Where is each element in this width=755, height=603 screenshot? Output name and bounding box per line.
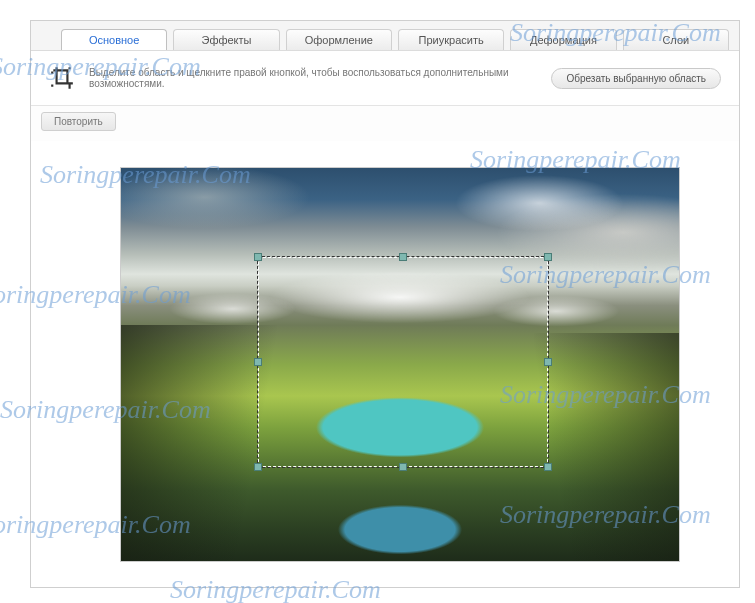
tab-label: Приукрасить	[419, 34, 484, 46]
canvas-area	[31, 141, 739, 587]
editor-window: Основное Эффекты Оформление Приукрасить …	[30, 20, 740, 588]
shadow-right	[534, 333, 679, 561]
crop-selection-button[interactable]: Обрезать выбранную область	[551, 68, 721, 89]
toolbar: Выделите область и щелкните правой кнопк…	[31, 51, 739, 106]
crop-selection[interactable]	[257, 256, 549, 468]
tab-label: Эффекты	[201, 34, 251, 46]
tab-basic[interactable]: Основное	[61, 29, 167, 50]
sub-toolbar: Повторить	[31, 106, 739, 141]
tab-label: Основное	[89, 34, 139, 46]
tab-label: Слои	[662, 34, 689, 46]
handle-top-mid[interactable]	[399, 253, 407, 261]
tab-deform[interactable]: Деформация	[510, 29, 616, 50]
crop-icon	[49, 65, 75, 91]
image-canvas[interactable]	[120, 167, 680, 562]
handle-bottom-left[interactable]	[254, 463, 262, 471]
tab-label: Деформация	[530, 34, 597, 46]
hint-text: Выделите область и щелкните правой кнопк…	[89, 67, 537, 89]
main-tabs: Основное Эффекты Оформление Приукрасить …	[31, 21, 739, 51]
handle-top-left[interactable]	[254, 253, 262, 261]
tab-beautify[interactable]: Приукрасить	[398, 29, 504, 50]
tab-decor[interactable]: Оформление	[286, 29, 392, 50]
handle-mid-left[interactable]	[254, 358, 262, 366]
repeat-button[interactable]: Повторить	[41, 112, 116, 131]
handle-top-right[interactable]	[544, 253, 552, 261]
tab-effects[interactable]: Эффекты	[173, 29, 279, 50]
handle-mid-right[interactable]	[544, 358, 552, 366]
handle-bottom-mid[interactable]	[399, 463, 407, 471]
tab-layers[interactable]: Слои	[623, 29, 729, 50]
tab-label: Оформление	[305, 34, 373, 46]
handle-bottom-right[interactable]	[544, 463, 552, 471]
